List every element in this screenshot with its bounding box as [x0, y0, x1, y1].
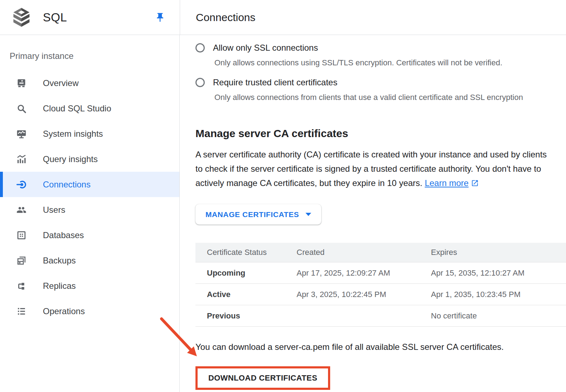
- sidebar-item-connections[interactable]: Connections: [0, 172, 179, 197]
- ssl-options: Allow only SSL connections Only allows c…: [195, 43, 566, 102]
- external-link-icon: [471, 177, 479, 191]
- databases-icon: [16, 230, 26, 240]
- sidebar-item-label: Operations: [43, 306, 85, 316]
- sidebar-section-label: Primary instance: [0, 51, 179, 61]
- cert-created: Apr 17, 2025, 12:09:27 AM: [296, 262, 431, 284]
- radio-label: Require trusted client certificates: [213, 77, 337, 87]
- download-certificates-button[interactable]: DOWNLOAD CERTIFICATES: [198, 368, 328, 388]
- cert-expires: No certificate: [431, 305, 566, 327]
- operations-icon: [16, 306, 26, 316]
- sidebar-item-label: Backups: [43, 256, 76, 266]
- table-row: Previous No certificate: [195, 305, 566, 327]
- radio-label: Allow only SSL connections: [213, 43, 318, 53]
- backups-icon: [16, 256, 26, 266]
- certificates-table: Certificate Status Created Expires Upcom…: [195, 243, 566, 327]
- app-header: SQL Connections: [0, 0, 566, 35]
- cert-status: Previous: [195, 305, 296, 327]
- cert-status: Active: [195, 284, 296, 305]
- cert-created: Apr 3, 2025, 10:22:45 PM: [296, 284, 431, 305]
- app-title: SQL: [43, 11, 67, 24]
- learn-more-label: Learn more: [425, 178, 469, 188]
- radio-description: Only allows connections from clients tha…: [214, 92, 566, 102]
- sidebar-item-cloud-sql-studio[interactable]: Cloud SQL Studio: [0, 96, 179, 121]
- learn-more-link[interactable]: Learn more: [425, 178, 479, 188]
- sidebar-item-system-insights[interactable]: System insights: [0, 121, 179, 146]
- cert-expires: Apr 1, 2035, 10:23:45 PM: [431, 284, 566, 305]
- ssl-option-require-client-certs[interactable]: Require trusted client certificates: [195, 77, 566, 87]
- cert-created: [296, 305, 431, 327]
- chevron-down-icon: [306, 213, 311, 216]
- cloud-sql-logo-icon: [13, 8, 30, 27]
- sidebar-item-label: Users: [43, 205, 65, 215]
- manage-certificates-label: MANAGE CERTIFICATES: [205, 210, 299, 219]
- page-title: Connections: [196, 11, 255, 24]
- sidebar-item-label: System insights: [43, 129, 103, 139]
- ssl-option-allow-only-ssl[interactable]: Allow only SSL connections: [195, 43, 566, 53]
- cert-expires: Apr 15, 2035, 12:10:27 AM: [431, 262, 566, 284]
- sidebar-item-label: Cloud SQL Studio: [43, 104, 111, 114]
- main-header: Connections: [180, 0, 566, 35]
- annotation-box: DOWNLOAD CERTIFICATES: [195, 366, 330, 390]
- table-header-row: Certificate Status Created Expires: [195, 243, 566, 262]
- replicas-icon: [16, 281, 26, 291]
- pin-icon[interactable]: [155, 12, 165, 23]
- sidebar-item-label: Query insights: [43, 154, 98, 164]
- manage-ca-body-text: A server certificate authority (CA) cert…: [195, 150, 547, 188]
- cert-status: Upcoming: [195, 262, 296, 284]
- manage-ca-heading: Manage server CA certificates: [195, 127, 566, 140]
- table-row: Upcoming Apr 17, 2025, 12:09:27 AM Apr 1…: [195, 262, 566, 284]
- sidebar-item-databases[interactable]: Databases: [0, 222, 179, 248]
- column-certificate-status: Certificate Status: [195, 243, 296, 262]
- main-content: Allow only SSL connections Only allows c…: [180, 35, 566, 392]
- cloud-sql-logo: [12, 8, 31, 27]
- sidebar-item-overview[interactable]: Overview: [0, 70, 179, 96]
- sidebar-item-users[interactable]: Users: [0, 197, 179, 222]
- sidebar-item-replicas[interactable]: Replicas: [0, 273, 179, 298]
- sidebar-item-query-insights[interactable]: Query insights: [0, 146, 179, 172]
- sidebar-item-label: Databases: [43, 230, 84, 240]
- system-insights-icon: [16, 129, 26, 139]
- sidebar-item-operations[interactable]: Operations: [0, 298, 179, 324]
- radio-description: Only allows connections using SSL/TLS en…: [214, 58, 566, 68]
- table-row: Active Apr 3, 2025, 10:22:45 PM Apr 1, 2…: [195, 284, 566, 305]
- manage-certificates-button[interactable]: MANAGE CERTIFICATES: [195, 204, 321, 225]
- connections-icon: [16, 180, 26, 190]
- users-icon: [16, 205, 26, 215]
- search-icon: [16, 104, 26, 114]
- sidebar-item-label: Overview: [43, 78, 79, 88]
- overview-icon: [16, 78, 26, 88]
- sidebar: Primary instance Overview Cloud SQL Stud…: [0, 35, 180, 392]
- radio-require-client-certs[interactable]: [195, 78, 205, 87]
- sidebar-item-label: Connections: [43, 180, 90, 190]
- sidebar-header: SQL: [0, 0, 180, 35]
- radio-allow-only-ssl[interactable]: [195, 43, 205, 52]
- download-note: You can download a server-ca.pem file of…: [195, 342, 566, 352]
- column-created: Created: [296, 243, 431, 262]
- sidebar-item-backups[interactable]: Backups: [0, 248, 179, 273]
- sidebar-item-label: Replicas: [43, 281, 76, 291]
- query-insights-icon: [16, 154, 26, 164]
- column-expires: Expires: [431, 243, 566, 262]
- manage-ca-description: A server certificate authority (CA) cert…: [195, 147, 549, 191]
